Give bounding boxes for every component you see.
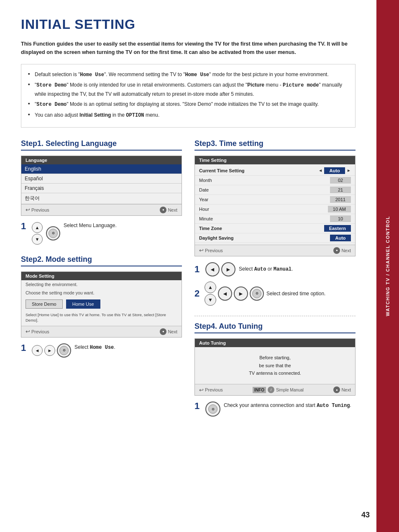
step4-simple-manual: INFO i Simple Manual <box>253 386 304 393</box>
store-demo-btn[interactable]: Store Demo <box>26 299 63 309</box>
time-val-timezone: Eastern <box>324 225 351 232</box>
time-val-minute: 10 <box>330 215 351 222</box>
step1-lang-espanol: Español <box>21 174 182 184</box>
step3-updown: ▲ ▼ <box>205 281 216 306</box>
step3-right-btn[interactable]: ► <box>221 262 235 276</box>
step3-instruction1-text: Select Auto or Manual. <box>239 265 293 273</box>
enter-icon-small-4: ● <box>333 386 340 393</box>
sidebar-label: WATCHING TV / CHANNEL CONTROL <box>376 0 399 532</box>
step4-body: Before starting,be sure that theTV anten… <box>195 347 355 384</box>
prev-icon: ↩ <box>26 207 30 213</box>
step3-lr-group: ◄ ► <box>218 286 248 301</box>
step4-instruction-row: 1 ⊙ Check your antenna connection and st… <box>194 402 356 417</box>
step3-section: Step3. Time setting Time Setting Current… <box>194 139 356 306</box>
step3-down-btn[interactable]: ▼ <box>205 294 216 306</box>
step1-ui-box: Language English Español Français 한국어 ↩ … <box>21 156 182 216</box>
home-use-btn[interactable]: Home Use <box>66 299 100 309</box>
step2-section: Step2. Mode setting Mode Setting Selecti… <box>21 255 182 358</box>
step3-left-btn[interactable]: ◄ <box>205 262 220 276</box>
step1-section: Step1. Selecting Language Language Engli… <box>21 139 182 245</box>
prev-icon-3: ↩ <box>199 247 204 253</box>
step2-ui-box: Mode Setting Selecting the environment. … <box>21 271 182 338</box>
step1-lang-english: English <box>21 164 182 174</box>
page-title: INITIAL SETTING <box>21 17 356 32</box>
step2-ui-header: Mode Setting <box>21 272 182 280</box>
step4-next: ● Next <box>333 386 351 393</box>
enter-inner-3: ⊙ <box>252 289 261 298</box>
step3-up-btn[interactable]: ▲ <box>205 281 216 293</box>
down-arrow-btn[interactable]: ▼ <box>32 234 43 245</box>
step1-title: Step1. Selecting Language <box>21 139 182 151</box>
info-box-label: INFO <box>253 387 266 393</box>
enter-btn-3[interactable]: ⊙ <box>250 286 264 301</box>
step3-num2: 2 <box>194 289 202 298</box>
time-val-hour: 10 AM <box>328 206 351 212</box>
time-label-daylight: Daylight Saving <box>199 235 234 240</box>
enter-inner-4: ⊙ <box>208 404 217 414</box>
time-row-current: Current Time Setting ◄ Auto ► <box>195 166 355 176</box>
time-nav-current: ◄ Auto ► <box>318 167 351 174</box>
step1-nav: ▲ ▼ ⊙ <box>32 222 60 245</box>
enter-icon-small: ● <box>160 207 166 213</box>
step2-title: Step2. Mode setting <box>21 255 182 266</box>
time-row-timezone: Time Zone Eastern <box>195 224 355 233</box>
step1-instruction-text: Select Menu Language. <box>64 222 117 229</box>
right-arrow-btn[interactable]: ► <box>44 345 55 356</box>
time-row-month: Month 02 <box>195 176 355 185</box>
step3-instruction2-text: Select desired time option. <box>266 290 325 297</box>
step2-prev: ↩ Previous <box>26 328 49 335</box>
step1-prev: ↩ Previous <box>26 207 49 213</box>
step4-ui-footer: ↩ Previous INFO i Simple Manual ● Next <box>195 384 355 395</box>
enter-inner-2: ⊙ <box>59 346 69 355</box>
step3-next: ● Next <box>333 247 351 254</box>
step1-instruction-row: 1 ▲ ▼ ⊙ Select Menu Language. <box>21 222 182 245</box>
time-left-arrow: ◄ <box>318 168 322 173</box>
time-row-minute: Minute 10 <box>195 214 355 224</box>
step4-title: Step4. Auto Tuning <box>194 322 356 333</box>
step1-num: 1 <box>21 222 28 231</box>
info-bullet-1: Default selection is "Home Use". We reco… <box>28 70 348 79</box>
step2-note: Select [Home Use] to use this TV at home… <box>21 311 182 326</box>
step3-right-btn2[interactable]: ► <box>234 286 248 301</box>
step3-ui-box: Time Setting Current Time Setting ◄ Auto… <box>194 156 356 256</box>
info-box: Default selection is "Home Use". We reco… <box>21 64 356 128</box>
info-bullet-2: "Store Demo" Mode is only intended for u… <box>28 81 348 98</box>
time-label-month: Month <box>199 178 212 183</box>
step2-nav: ◄ ► ⊙ <box>32 343 71 358</box>
info-bullet-3: "Store Demo" Mode is an optimal setting … <box>28 100 348 109</box>
step3-left-btn2[interactable]: ◄ <box>218 286 232 301</box>
step2-mode-buttons: Store Demo Home Use <box>21 297 182 311</box>
step1-updown: ▲ ▼ <box>32 222 43 245</box>
time-label-timezone: Time Zone <box>199 226 222 231</box>
enter-icon-small-3: ● <box>333 247 340 254</box>
step4-ui-box: Auto Tuning Before starting,be sure that… <box>194 338 356 396</box>
step3-instruction1-row: 1 ◄ ► Select Auto or Manual. <box>194 262 356 276</box>
time-right-arrow: ► <box>347 168 351 173</box>
step3-instruction2-row: 2 ▲ ▼ ◄ ► ⊙ <box>194 281 356 306</box>
time-val-year: 2011 <box>330 196 351 203</box>
left-arrow-btn[interactable]: ◄ <box>32 345 43 356</box>
step2-ui-footer: ↩ Previous ● Next <box>21 326 182 337</box>
prev-icon-4: ↩ <box>199 387 204 393</box>
step2-instruction-row: 1 ◄ ► ⊙ Select Home Use. <box>21 343 182 358</box>
step3-title: Step3. Time setting <box>194 139 356 151</box>
step4-num: 1 <box>194 402 202 411</box>
step2-num: 1 <box>21 343 28 353</box>
time-row-hour: Hour 10 AM <box>195 205 355 214</box>
time-val-date: 21 <box>330 187 351 193</box>
step4-prev: ↩ Previous <box>199 386 223 393</box>
enter-btn-4[interactable]: ⊙ <box>205 402 220 417</box>
time-val-daylight: Auto <box>330 235 351 241</box>
up-arrow-btn[interactable]: ▲ <box>32 222 43 233</box>
step1-ui-header: Language <box>21 156 182 164</box>
step2-desc2: Choose the setting mode you want. <box>21 289 182 297</box>
step1-next: ● Next <box>160 207 177 213</box>
intro-text: This Function guides the user to easily … <box>21 40 356 56</box>
enter-btn[interactable]: ⊙ <box>46 226 60 240</box>
step4-instruction-text: Check your antenna connection and start … <box>224 402 351 409</box>
time-row-daylight: Daylight Saving Auto <box>195 233 355 243</box>
time-label-date: Date <box>199 187 209 192</box>
enter-btn-2[interactable]: ⊙ <box>57 343 71 358</box>
step4-section: Step4. Auto Tuning Auto Tuning Before st… <box>194 316 356 417</box>
time-label-year: Year <box>199 197 208 202</box>
